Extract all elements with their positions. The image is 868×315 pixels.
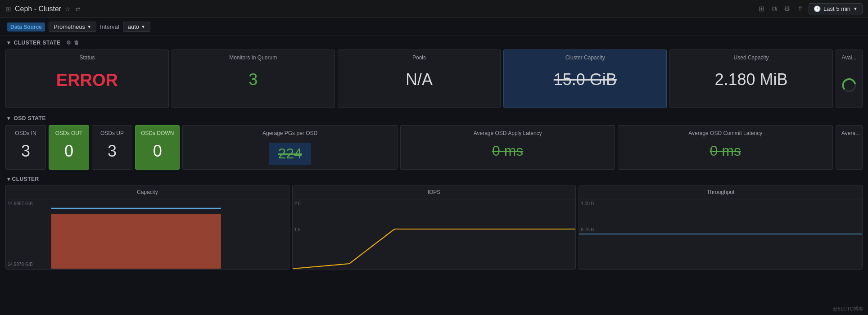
osds-out-card: OSDs OUT 0	[49, 125, 89, 170]
top-bar-left: ⊞ Ceph - Cluster ☆ ⇄	[5, 5, 81, 13]
settings-icon[interactable]: ⚙	[66, 40, 72, 46]
cluster-capacity-value: 15.0 GiB	[509, 67, 661, 92]
used-capacity-title: Used Capacity	[675, 54, 827, 61]
delete-icon[interactable]: 🗑	[74, 40, 80, 46]
star-icon[interactable]: ☆	[65, 5, 71, 13]
top-bar-right: ⊞ ⧉ ⚙ ⇧ 🕐 Last 5 min ▼	[757, 3, 863, 15]
capacity-chart-svg	[6, 199, 289, 269]
settings-button[interactable]: ⚙	[782, 3, 792, 15]
share-icon[interactable]: ⇄	[75, 5, 81, 13]
filter-bar: Data Source Prometheus ▼ Interval auto ▼	[0, 18, 868, 36]
osds-down-title: OSDs DOWN	[141, 130, 174, 136]
iops-y-mid: 1.5	[294, 227, 301, 232]
osds-up-value: 3	[98, 142, 127, 161]
throughput-y-mid: 0.75 B	[581, 227, 594, 232]
status-card-title: Status	[11, 54, 163, 61]
pools-value: N/A	[344, 67, 495, 92]
interval-dropdown[interactable]: auto ▼	[123, 22, 150, 32]
osds-out-value: 0	[54, 142, 83, 161]
status-card-value: ERROR	[11, 67, 163, 93]
osds-in-card: OSDs IN 3	[5, 125, 46, 170]
capacity-y-top: 14.9887 GiB	[8, 201, 33, 206]
top-bar-action-icons: ☆ ⇄	[65, 5, 81, 13]
dashboard-title: Ceph - Cluster	[15, 5, 61, 13]
grid-icon: ⊞	[5, 5, 11, 13]
chevron-down-icon: ▼	[141, 24, 145, 29]
monitors-quorum-title: Monitors In Quorum	[177, 54, 329, 61]
used-capacity-card: Used Capacity 2.180 MiB	[669, 50, 833, 108]
clock-icon: 🕐	[814, 5, 821, 12]
chevron-down-icon: ▾	[7, 40, 10, 46]
status-card: Status ERROR	[5, 50, 169, 108]
throughput-chart-body: 1.00 B 0.75 B	[579, 199, 862, 269]
throughput-y-top: 1.00 B	[581, 201, 594, 206]
monitors-quorum-card: Monitors In Quorum 3	[172, 50, 335, 108]
chevron-down-icon: ▾	[7, 115, 10, 122]
osds-up-title: OSDs UP	[98, 130, 127, 136]
throughput-chart-svg	[579, 199, 862, 269]
iops-chart-title: IOPS	[293, 185, 576, 199]
capacity-y-bottom: 14.9878 GiB	[8, 262, 33, 267]
osd-state-section-header[interactable]: ▾ OSD STATE	[0, 112, 868, 123]
osd-state-label: OSD STATE	[14, 115, 46, 122]
datasource-value: Prometheus	[54, 23, 85, 30]
cluster-state-cards: Status ERROR Monitors In Quorum 3 Pools …	[0, 48, 868, 112]
avg-pgs-value: 224	[278, 142, 302, 165]
cluster-label: CLUSTER	[12, 176, 39, 182]
cluster-state-label: CLUSTER STATE	[14, 40, 61, 46]
pools-title: Pools	[344, 54, 495, 61]
avg-pgs-title: Agerage PGs per OSD	[188, 130, 392, 136]
datasource-label: Data Source	[7, 22, 45, 32]
capacity-chart-title: Capacity	[6, 185, 289, 199]
avg-commit-latency-card: Average OSD Commit Latency 0 ms	[618, 125, 833, 170]
iops-chart-body: 2.0 1.5	[293, 199, 576, 269]
section-header-icons: ⚙ 🗑	[66, 40, 80, 46]
available-card: Avai...	[836, 50, 863, 108]
avg-extra-title: Avera...	[841, 130, 857, 136]
avg-apply-latency-title: Average OSD Apply Latency	[406, 130, 610, 136]
avg-apply-latency-card: Average OSD Apply Latency 0 ms	[400, 125, 615, 170]
avg-pgs-card: Agerage PGs per OSD 224	[182, 125, 398, 170]
add-panel-button[interactable]: ⊞	[757, 3, 766, 15]
cluster-charts-row: Capacity 14.9887 GiB 14.9878 GiB IOPS 2.…	[0, 183, 868, 273]
cluster-section-header[interactable]: ▾ CLUSTER	[0, 173, 868, 183]
pools-card: Pools N/A	[338, 50, 501, 108]
avg-extra-card: Avera...	[836, 125, 863, 170]
osds-down-value: 0	[141, 142, 174, 161]
iops-chart-svg	[293, 199, 576, 269]
interval-value: auto	[128, 23, 139, 30]
time-label: Last 5 min	[823, 5, 850, 12]
osds-in-value: 3	[11, 142, 40, 161]
iops-y-top: 2.0	[294, 201, 301, 206]
used-capacity-value: 2.180 MiB	[675, 67, 827, 92]
cluster-capacity-title: Cluster Capacity	[509, 54, 661, 61]
copy-button[interactable]: ⧉	[770, 3, 778, 15]
throughput-chart: Throughput 1.00 B 0.75 B	[579, 185, 863, 270]
chevron-down-icon: ▼	[853, 6, 858, 11]
share-button[interactable]: ⇧	[796, 3, 805, 15]
svg-marker-2	[51, 214, 221, 269]
chevron-down-icon: ▾	[7, 176, 10, 182]
cluster-state-section-header[interactable]: ▾ CLUSTER STATE ⚙ 🗑	[0, 36, 868, 48]
osd-state-cards: OSDs IN 3 OSDs OUT 0 OSDs UP 3 OSDs DOWN…	[0, 123, 868, 173]
capacity-chart-body: 14.9887 GiB 14.9878 GiB	[6, 199, 289, 269]
iops-chart: IOPS 2.0 1.5	[292, 185, 576, 270]
osds-down-card: OSDs DOWN 0	[135, 125, 180, 170]
throughput-chart-title: Throughput	[579, 185, 862, 199]
avg-commit-latency-value: 0 ms	[710, 139, 741, 162]
capacity-chart: Capacity 14.9887 GiB 14.9878 GiB	[5, 185, 289, 270]
osds-in-title: OSDs IN	[11, 130, 40, 136]
top-bar: ⊞ Ceph - Cluster ☆ ⇄ ⊞ ⧉ ⚙ ⇧ 🕐 Last 5 mi…	[0, 0, 868, 18]
gauge-svg	[841, 73, 857, 98]
available-title: Avai...	[841, 54, 857, 61]
cluster-capacity-card: Cluster Capacity 15.0 GiB	[503, 50, 667, 108]
interval-label: Interval	[100, 23, 119, 30]
avg-apply-latency-value: 0 ms	[492, 139, 523, 162]
datasource-dropdown[interactable]: Prometheus ▼	[49, 22, 96, 32]
time-picker-button[interactable]: 🕐 Last 5 min ▼	[809, 3, 863, 14]
osds-up-card: OSDs UP 3	[92, 125, 132, 170]
chevron-down-icon: ▼	[87, 24, 91, 29]
monitors-quorum-value: 3	[177, 67, 329, 92]
osds-out-title: OSDs OUT	[54, 130, 83, 136]
avg-commit-latency-title: Average OSD Commit Latency	[624, 130, 827, 136]
